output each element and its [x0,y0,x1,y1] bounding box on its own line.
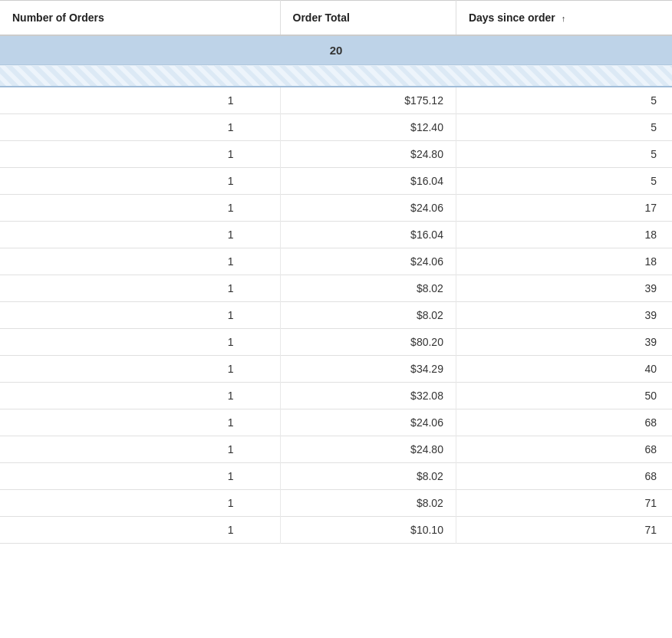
cell-days-since: 18 [456,248,672,275]
table-row: 1$175.125 [0,87,672,114]
col-header-num-orders-label: Number of Orders [12,12,104,24]
col-header-days-since[interactable]: Days since order ↑ [456,1,672,36]
table-row: 1$12.405 [0,113,672,140]
cell-days-since: 5 [456,140,672,167]
cell-num-orders: 1 [0,113,280,140]
table-header-row: Number of Orders Order Total Days since … [0,1,672,36]
table-row: 1$34.2940 [0,355,672,382]
striped-separator-cell [0,65,672,87]
cell-num-orders: 1 [0,87,280,114]
table-row: 1$24.8068 [0,436,672,462]
cell-days-since: 17 [456,194,672,221]
cell-num-orders: 1 [0,140,280,167]
cell-num-orders: 1 [0,328,280,355]
cell-days-since: 71 [456,516,672,543]
group-header-row: 20 [0,35,672,65]
table-row: 1$24.805 [0,140,672,167]
cell-days-since: 68 [456,409,672,436]
table-row: 1$8.0271 [0,489,672,516]
table-row: 1$8.0239 [0,301,672,328]
sort-arrow-icon: ↑ [562,14,566,23]
cell-order-total: $8.02 [280,275,456,301]
cell-order-total: $8.02 [280,301,456,328]
table-row: 1$24.0617 [0,194,672,221]
cell-order-total: $16.04 [280,167,456,194]
cell-days-since: 5 [456,87,672,114]
table-row: 1$16.0418 [0,221,672,248]
cell-order-total: $8.02 [280,462,456,489]
group-header-value: 20 [0,35,672,65]
cell-num-orders: 1 [0,436,280,462]
cell-order-total: $34.29 [280,355,456,382]
striped-separator-row [0,65,672,87]
cell-days-since: 5 [456,113,672,140]
col-header-order-total[interactable]: Order Total [280,1,456,36]
cell-days-since: 39 [456,301,672,328]
cell-num-orders: 1 [0,301,280,328]
cell-order-total: $32.08 [280,382,456,409]
cell-days-since: 39 [456,328,672,355]
cell-days-since: 18 [456,221,672,248]
cell-order-total: $12.40 [280,113,456,140]
cell-order-total: $175.12 [280,87,456,114]
cell-days-since: 50 [456,382,672,409]
table-row: 1$10.1071 [0,516,672,543]
table-row: 1$16.045 [0,167,672,194]
cell-num-orders: 1 [0,382,280,409]
cell-num-orders: 1 [0,489,280,516]
cell-order-total: $80.20 [280,328,456,355]
cell-num-orders: 1 [0,167,280,194]
cell-order-total: $24.80 [280,140,456,167]
cell-num-orders: 1 [0,221,280,248]
table-row: 1$8.0239 [0,275,672,301]
cell-num-orders: 1 [0,516,280,543]
data-table: Number of Orders Order Total Days since … [0,0,672,544]
cell-order-total: $24.80 [280,436,456,462]
cell-days-since: 71 [456,489,672,516]
cell-num-orders: 1 [0,462,280,489]
table-row: 1$24.0668 [0,409,672,436]
cell-num-orders: 1 [0,275,280,301]
cell-num-orders: 1 [0,248,280,275]
cell-days-since: 68 [456,436,672,462]
table-row: 1$8.0268 [0,462,672,489]
cell-num-orders: 1 [0,194,280,221]
table-row: 1$32.0850 [0,382,672,409]
cell-days-since: 40 [456,355,672,382]
table-row: 1$24.0618 [0,248,672,275]
cell-days-since: 68 [456,462,672,489]
cell-order-total: $10.10 [280,516,456,543]
col-header-days-since-label: Days since order [469,12,555,24]
cell-order-total: $24.06 [280,248,456,275]
col-header-num-orders[interactable]: Number of Orders [0,1,280,36]
cell-order-total: $24.06 [280,409,456,436]
col-header-order-total-label: Order Total [293,12,350,24]
cell-num-orders: 1 [0,409,280,436]
cell-order-total: $8.02 [280,489,456,516]
cell-order-total: $16.04 [280,221,456,248]
table-row: 1$80.2039 [0,328,672,355]
cell-order-total: $24.06 [280,194,456,221]
cell-days-since: 39 [456,275,672,301]
cell-num-orders: 1 [0,355,280,382]
cell-days-since: 5 [456,167,672,194]
